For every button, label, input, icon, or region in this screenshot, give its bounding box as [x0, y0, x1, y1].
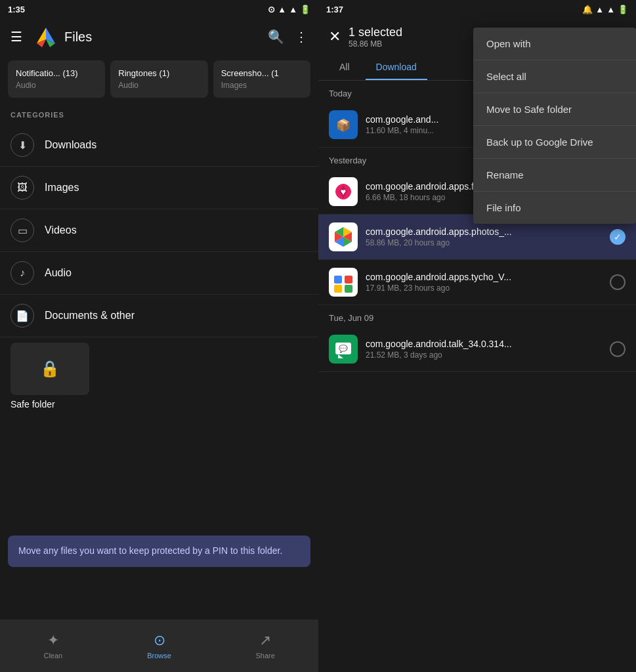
file-item-3[interactable]: com.google.android.apps.tycho_V... 17.91…	[318, 260, 636, 305]
radio-4[interactable]	[610, 341, 625, 357]
folder-card-title-2: Screensho... (1	[221, 68, 303, 78]
notification-icon: ⊙	[268, 5, 275, 14]
nav-clean[interactable]: ✦ Clean	[0, 632, 106, 660]
images-icon: 🖼	[11, 176, 34, 200]
audio-icon: ♪	[11, 261, 34, 285]
nav-browse[interactable]: ⊙ Browse	[106, 632, 213, 660]
svg-rect-13	[345, 285, 352, 293]
videos-icon: ▭	[11, 219, 34, 242]
categories-label: CATEGORIES	[0, 103, 318, 124]
safe-folder-section: 🔒 Safe folder	[0, 337, 318, 420]
section-header-tue: Tue, Jun 09	[318, 305, 636, 327]
battery-icon-r: 🔋	[618, 5, 628, 14]
file-name-3: com.google.android.apps.tycho_V...	[366, 272, 536, 282]
file-icon-0: 📦	[329, 110, 358, 139]
context-menu: Open with Select all Move to Safe folder…	[473, 28, 636, 224]
nav-share[interactable]: ↗ Share	[212, 632, 318, 660]
svg-text:📦: 📦	[336, 118, 351, 133]
tooltip-box: Move any files you want to keep protecte…	[8, 536, 310, 567]
left-panel: 1:35 ⊙ ▲ ▲ 🔋 ☰ Files 🔍 ⋮ Notificatio... …	[0, 0, 318, 672]
file-name-4: com.google.android.talk_34.0.314...	[366, 339, 536, 349]
folder-card-sub-2: Images	[221, 81, 303, 90]
category-name-images: Images	[45, 182, 79, 194]
folder-card-sub-1: Audio	[118, 81, 200, 90]
radio-3[interactable]	[610, 274, 625, 290]
signal-icon-r: ▲	[606, 5, 615, 14]
app-logo	[35, 26, 56, 47]
status-bar-right: 1:37 🔔 ▲ ▲ 🔋	[318, 0, 636, 18]
safe-folder-card[interactable]: 🔒	[11, 343, 89, 395]
file-icon-4: 💬	[329, 335, 358, 364]
category-videos[interactable]: ▭ Videos	[0, 209, 318, 252]
file-meta-2: 58.86 MB, 20 hours ago	[366, 238, 610, 247]
svg-rect-12	[334, 285, 342, 293]
status-bar-left: 1:35 ⊙ ▲ ▲ 🔋	[0, 0, 318, 18]
menu-move-safe[interactable]: Move to Safe folder	[473, 93, 636, 126]
category-audio[interactable]: ♪ Audio	[0, 252, 318, 295]
time-right: 1:37	[326, 5, 343, 14]
category-images[interactable]: 🖼 Images	[0, 167, 318, 209]
status-icons-right: 🔔 ▲ ▲ 🔋	[582, 5, 628, 14]
tab-download[interactable]: Download	[366, 55, 427, 80]
svg-rect-11	[345, 276, 352, 284]
signal-icon: ▲	[289, 5, 297, 14]
documents-icon: 📄	[11, 304, 34, 327]
folder-card-title-1: Ringtones (1)	[118, 68, 200, 78]
folders-row: Notificatio... (13) Audio Ringtones (1) …	[0, 55, 318, 103]
category-downloads[interactable]: ⬇ Downloads	[0, 124, 318, 167]
folder-card-1[interactable]: Ringtones (1) Audio	[110, 60, 207, 98]
file-meta-4: 21.52 MB, 3 days ago	[366, 350, 610, 360]
menu-file-info[interactable]: File info	[473, 192, 636, 224]
file-item-4[interactable]: 💬 com.google.android.talk_34.0.314... 21…	[318, 327, 636, 372]
file-info-4: com.google.android.talk_34.0.314... 21.5…	[366, 339, 610, 360]
category-documents[interactable]: 📄 Documents & other	[0, 295, 318, 337]
app-title: Files	[64, 30, 260, 45]
more-icon[interactable]: ⋮	[295, 29, 308, 45]
file-info-2: com.google.android.apps.photos_... 58.86…	[366, 226, 610, 247]
wifi-icon-r: ▲	[595, 5, 604, 14]
tooltip-text: Move any files you want to keep protecte…	[18, 545, 282, 556]
share-icon: ↗	[259, 632, 271, 649]
safe-folder-label: Safe folder	[11, 399, 308, 410]
menu-icon[interactable]: ☰	[11, 29, 22, 45]
folder-card-2[interactable]: Screensho... (1 Images	[213, 60, 310, 98]
folder-card-title-0: Notificatio... (13)	[16, 68, 97, 78]
svg-rect-10	[334, 276, 342, 284]
clean-icon: ✦	[47, 632, 59, 649]
category-name-downloads: Downloads	[45, 139, 96, 151]
battery-icon: 🔋	[300, 5, 310, 14]
menu-open-with[interactable]: Open with	[473, 28, 636, 60]
time-left: 1:35	[8, 5, 25, 14]
downloads-icon: ⬇	[11, 133, 34, 157]
top-bar-left: ☰ Files 🔍 ⋮	[0, 18, 318, 55]
close-button[interactable]: ✕	[329, 28, 341, 45]
folder-card-sub-0: Audio	[16, 81, 97, 90]
search-icon[interactable]: 🔍	[268, 29, 284, 45]
menu-rename[interactable]: Rename	[473, 159, 636, 192]
category-name-videos: Videos	[45, 224, 77, 236]
right-panel: 1:37 🔔 ▲ ▲ 🔋 ✕ 1 selected 58.86 MB ⋮ All…	[318, 0, 636, 672]
file-icon-2	[329, 222, 358, 251]
browse-icon: ⊙	[154, 632, 165, 649]
nav-browse-label: Browse	[147, 652, 171, 660]
folder-card-0[interactable]: Notificatio... (13) Audio	[8, 60, 105, 98]
status-icons-left: ⊙ ▲ ▲ 🔋	[268, 5, 310, 14]
svg-text:♥: ♥	[341, 186, 346, 197]
notification-mute-icon: 🔔	[582, 5, 593, 14]
bottom-nav: ✦ Clean ⊙ Browse ↗ Share	[0, 620, 318, 672]
tab-all[interactable]: All	[329, 55, 360, 80]
file-name-2: com.google.android.apps.photos_...	[366, 226, 536, 237]
category-name-audio: Audio	[45, 267, 72, 279]
file-icon-3	[329, 268, 358, 297]
top-bar-icons: 🔍 ⋮	[268, 29, 308, 45]
category-name-documents: Documents & other	[45, 310, 135, 322]
menu-backup-drive[interactable]: Back up to Google Drive	[473, 126, 636, 159]
file-icon-1: ♥	[329, 177, 358, 206]
menu-select-all[interactable]: Select all	[473, 60, 636, 93]
file-info-3: com.google.android.apps.tycho_V... 17.91…	[366, 272, 610, 293]
lock-icon: 🔒	[40, 360, 60, 378]
radio-2[interactable]: ✓	[610, 229, 625, 245]
nav-share-label: Share	[256, 652, 275, 660]
wifi-icon: ▲	[278, 5, 286, 14]
nav-clean-label: Clean	[43, 652, 62, 660]
